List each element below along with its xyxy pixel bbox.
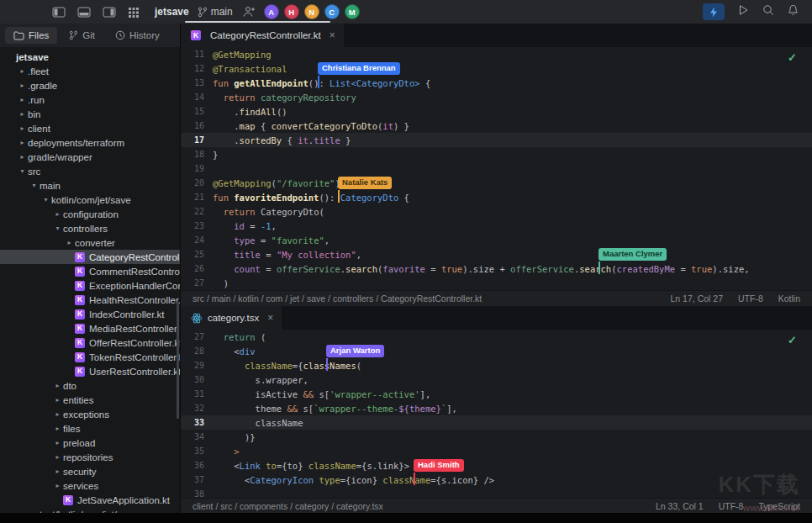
- sidebar-scrollbar[interactable]: [177, 301, 179, 419]
- chevron-right-icon[interactable]: ▸: [52, 468, 63, 475]
- code-line[interactable]: 27 return (: [181, 330, 812, 344]
- line-number[interactable]: 18: [181, 150, 211, 159]
- code-line[interactable]: 11@GetMapping: [181, 47, 812, 61]
- tree-item[interactable]: KTokenRestController.kt: [0, 350, 180, 364]
- code-line[interactable]: 22 return CategoryDto(: [181, 204, 812, 219]
- smart-mode-button[interactable]: [703, 3, 725, 20]
- invite-collaborator-button[interactable]: [243, 6, 256, 18]
- tree-item[interactable]: ▸deployments/terraform: [0, 135, 180, 150]
- chevron-right-icon[interactable]: ▸: [17, 124, 28, 132]
- project-name[interactable]: jetsave: [155, 6, 189, 18]
- chevron-right-icon[interactable]: ▸: [17, 67, 28, 75]
- line-number[interactable]: 22: [181, 207, 211, 216]
- avatar-A[interactable]: A: [264, 4, 279, 19]
- close-tab-icon[interactable]: ×: [267, 312, 273, 324]
- chevron-down-icon[interactable]: ▾: [17, 167, 28, 175]
- code-line[interactable]: 27 ): [181, 276, 812, 290]
- tree-item[interactable]: KMediaRestController.kt: [0, 321, 180, 335]
- toggle-left-panel-icon[interactable]: [52, 7, 66, 18]
- line-number[interactable]: 29: [181, 361, 211, 370]
- line-number[interactable]: 31: [181, 389, 211, 399]
- line-number[interactable]: 19: [181, 164, 211, 173]
- line-number[interactable]: 14: [181, 92, 211, 102]
- avatar-C[interactable]: C: [324, 4, 340, 19]
- line-number[interactable]: 38: [181, 489, 211, 498]
- code-line[interactable]: 14 return categoryRepository: [181, 90, 812, 104]
- tree-item[interactable]: ▸services: [0, 478, 180, 493]
- code-line[interactable]: 16 .map { convertCategoryToDto(it) }: [181, 119, 812, 133]
- branch-selector[interactable]: main: [198, 6, 233, 18]
- avatar-N[interactable]: N: [304, 4, 319, 19]
- line-number[interactable]: 32: [181, 404, 211, 413]
- tree-item[interactable]: ▸bin: [0, 107, 180, 121]
- tree-item[interactable]: KCategoryRestController.kt: [0, 250, 180, 264]
- code-line[interactable]: 35 >: [181, 444, 812, 458]
- toggle-right-panel-icon[interactable]: [103, 7, 116, 18]
- avatar-M[interactable]: M: [345, 4, 360, 19]
- tree-item[interactable]: ▸.fleet: [0, 64, 180, 78]
- tree-item[interactable]: ▸gradle/wrapper: [0, 150, 180, 164]
- chevron-right-icon[interactable]: ▸: [52, 210, 63, 218]
- code-editor-tsx[interactable]: ✓ 27 return (28 <div29 className={classN…: [181, 330, 812, 498]
- code-line[interactable]: 33 className: [181, 415, 812, 430]
- chevron-right-icon[interactable]: ▸: [52, 439, 63, 446]
- line-number[interactable]: 36: [181, 461, 211, 470]
- notifications-button[interactable]: [788, 4, 799, 19]
- avatar-H[interactable]: H: [284, 4, 299, 19]
- tree-item[interactable]: ▸.run: [0, 92, 180, 107]
- tree-item[interactable]: ▾kotlin/com/jet/save: [0, 193, 180, 207]
- line-number[interactable]: 27: [181, 278, 211, 288]
- line-number[interactable]: 37: [181, 475, 211, 484]
- close-tab-icon[interactable]: ×: [330, 29, 335, 41]
- chevron-right-icon[interactable]: ▸: [52, 482, 63, 489]
- line-number[interactable]: 21: [181, 193, 211, 202]
- chevron-right-icon[interactable]: ▸: [52, 396, 63, 404]
- code-line[interactable]: 21fun favoriteEndpoint(): CategoryDto {: [181, 190, 812, 204]
- chevron-right-icon[interactable]: ▸: [64, 239, 75, 246]
- file-language[interactable]: Kotlin: [778, 293, 800, 304]
- tree-item[interactable]: ▸exceptions: [0, 407, 180, 421]
- code-line[interactable]: 32 theme && s[`wrapper--theme-${theme}`]…: [181, 401, 812, 415]
- tab-history[interactable]: History: [107, 27, 168, 44]
- chevron-right-icon[interactable]: ▸: [17, 110, 28, 118]
- tab-files[interactable]: Files: [5, 27, 57, 44]
- line-number[interactable]: 34: [181, 432, 211, 441]
- tree-item[interactable]: ▸configuration: [0, 207, 180, 221]
- code-line[interactable]: 23 id = -1,: [181, 219, 812, 233]
- code-line[interactable]: 12@Transactional: [181, 61, 812, 76]
- code-editor-kotlin[interactable]: ✓ 11@GetMapping12@Transactional13fun get…: [181, 47, 812, 290]
- tree-item[interactable]: ▾src: [0, 164, 180, 178]
- code-line[interactable]: 15 .findAll(): [181, 104, 812, 119]
- search-button[interactable]: [762, 4, 774, 19]
- chevron-right-icon[interactable]: ▸: [29, 510, 40, 513]
- editor-tab-category-rest-controller[interactable]: K CategoryRestController.kt ×: [181, 24, 344, 47]
- file-encoding[interactable]: UTF-8: [738, 293, 763, 304]
- tree-item[interactable]: ▸test/kotlin/com/jet/save: [0, 507, 180, 513]
- chevron-right-icon[interactable]: ▸: [17, 96, 28, 103]
- chevron-down-icon[interactable]: ▾: [40, 196, 51, 203]
- chevron-down-icon[interactable]: ▾: [52, 225, 63, 232]
- breadcrumb[interactable]: src / main / kotlin / com / jet / save /…: [192, 293, 482, 304]
- line-number[interactable]: 27: [181, 332, 211, 341]
- line-number[interactable]: 16: [181, 121, 211, 130]
- breadcrumb[interactable]: client / src / components / category / c…: [192, 501, 383, 511]
- code-line[interactable]: 28 <div: [181, 344, 812, 358]
- tree-item[interactable]: ▾controllers: [0, 221, 180, 235]
- line-number[interactable]: 12: [181, 64, 211, 73]
- chevron-right-icon[interactable]: ▸: [17, 82, 28, 89]
- editor-tab-category-tsx[interactable]: category.tsx ×: [181, 306, 282, 330]
- line-number[interactable]: 26: [181, 264, 211, 273]
- caret-position[interactable]: Ln 33, Col 1: [656, 501, 704, 511]
- code-line[interactable]: 29 className={classNames(: [181, 358, 812, 372]
- tree-item[interactable]: ▾main: [0, 178, 180, 193]
- tree-item[interactable]: jetsave: [0, 50, 180, 64]
- run-button[interactable]: [738, 4, 749, 19]
- layout-grid-icon[interactable]: [128, 7, 140, 18]
- chevron-right-icon[interactable]: ▸: [52, 410, 63, 418]
- tree-item[interactable]: ▸converter: [0, 235, 180, 250]
- code-line[interactable]: 37 <CategoryIcon type={icon} className={…: [181, 473, 812, 487]
- caret-position[interactable]: Ln 17, Col 27: [671, 293, 723, 304]
- code-line[interactable]: 19: [181, 161, 812, 176]
- chevron-right-icon[interactable]: ▸: [52, 453, 63, 461]
- file-encoding[interactable]: UTF-8: [719, 501, 744, 511]
